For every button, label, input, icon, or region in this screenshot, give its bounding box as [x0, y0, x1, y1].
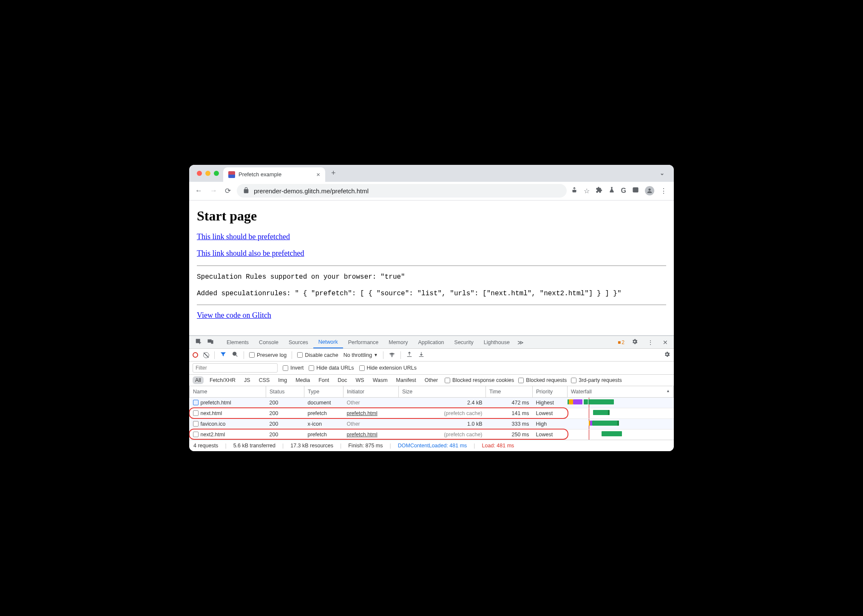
blocked-requests-checkbox[interactable]: Blocked requests	[518, 377, 567, 383]
requests-count: 4 requests	[193, 443, 218, 449]
column-type[interactable]: Type	[304, 386, 343, 398]
minimize-window-button[interactable]	[205, 171, 210, 176]
devtools-tab-performance[interactable]: Performance	[343, 336, 384, 348]
network-row[interactable]: next.html200prefetchprefetch.html(prefet…	[190, 408, 674, 419]
issues-badge[interactable]: 2	[618, 339, 625, 345]
blocked-cookies-checkbox[interactable]: Blocked response cookies	[445, 377, 514, 383]
devtools-tab-memory[interactable]: Memory	[383, 336, 413, 348]
disable-cache-checkbox[interactable]: Disable cache	[297, 352, 338, 358]
network-conditions-icon[interactable]	[389, 351, 395, 359]
initiator-link[interactable]: prefetch.html	[347, 410, 378, 416]
devtools-tab-network[interactable]: Network	[313, 336, 343, 348]
devtools-tab-console[interactable]: Console	[254, 336, 284, 348]
labs-icon[interactable]	[608, 186, 615, 195]
hide-data-urls-checkbox[interactable]: Hide data URLs	[309, 365, 354, 371]
hide-extension-urls-checkbox[interactable]: Hide extension URLs	[359, 365, 417, 371]
prefetch-link-1[interactable]: This link should be prefetched	[197, 232, 290, 241]
forward-button[interactable]: →	[208, 185, 219, 197]
type-filter-css[interactable]: CSS	[256, 376, 273, 384]
extensions-icon[interactable]	[596, 186, 602, 195]
side-panel-icon[interactable]	[632, 186, 639, 195]
devtools-tab-security[interactable]: Security	[449, 336, 479, 348]
type-filter-doc[interactable]: Doc	[335, 376, 349, 384]
file-icon	[193, 421, 199, 427]
svg-line-6	[236, 355, 237, 356]
menu-icon[interactable]: ⋮	[660, 187, 667, 195]
type-filter-wasm[interactable]: Wasm	[370, 376, 390, 384]
type-filter-img[interactable]: Img	[275, 376, 290, 384]
column-initiator[interactable]: Initiator	[343, 386, 399, 398]
address-bar[interactable]: prerender-demos.glitch.me/prefetch.html	[237, 184, 567, 198]
type-filter-all[interactable]: All	[193, 376, 204, 384]
column-time[interactable]: Time	[486, 386, 533, 398]
devtools-tab-lighthouse[interactable]: Lighthouse	[479, 336, 515, 348]
view-code-link[interactable]: View the code on Glitch	[197, 311, 271, 320]
file-icon	[193, 410, 199, 416]
page-content: Start page This link should be prefetche…	[189, 201, 674, 336]
network-toolbar: Preserve log Disable cache No throttling…	[189, 349, 674, 362]
load-time: Load: 481 ms	[482, 443, 514, 449]
column-size[interactable]: Size	[399, 386, 486, 398]
network-row[interactable]: favicon.ico200x-iconOther1.0 kB333 msHig…	[190, 419, 674, 430]
column-priority[interactable]: Priority	[533, 386, 568, 398]
network-table: NameStatusTypeInitiatorSizeTimePriorityW…	[189, 386, 674, 440]
column-status[interactable]: Status	[266, 386, 304, 398]
back-button[interactable]: ←	[193, 185, 204, 197]
type-filter-js[interactable]: JS	[241, 376, 253, 384]
reload-button[interactable]: ⟳	[223, 185, 233, 197]
prefetch-link-2[interactable]: This link should also be prefetched	[197, 249, 304, 258]
lock-icon	[243, 187, 250, 195]
settings-icon[interactable]	[629, 338, 641, 346]
url-text: prerender-demos.glitch.me/prefetch.html	[254, 187, 369, 195]
toolbar-actions: ☆ G ⋮	[571, 186, 667, 195]
tab-list-button[interactable]: ⌄	[660, 170, 664, 176]
type-filter-font[interactable]: Font	[316, 376, 332, 384]
bookmark-icon[interactable]: ☆	[584, 187, 590, 195]
network-row[interactable]: next2.html200prefetchprefetch.html(prefe…	[190, 430, 674, 440]
inspect-icon[interactable]	[193, 338, 204, 346]
network-settings-icon[interactable]	[664, 351, 670, 359]
third-party-checkbox[interactable]: 3rd-party requests	[571, 377, 622, 383]
browser-toolbar: ← → ⟳ prerender-demos.glitch.me/prefetch…	[189, 182, 674, 201]
invert-checkbox[interactable]: Invert	[283, 365, 304, 371]
filter-input[interactable]	[193, 363, 278, 373]
type-filter-media[interactable]: Media	[293, 376, 312, 384]
profile-avatar-icon[interactable]	[645, 186, 654, 195]
svg-rect-3	[208, 340, 211, 343]
search-icon[interactable]	[232, 351, 238, 359]
devtools-tab-sources[interactable]: Sources	[284, 336, 313, 348]
finish-time: Finish: 875 ms	[348, 443, 383, 449]
devtools-tab-application[interactable]: Application	[413, 336, 449, 348]
browser-tab[interactable]: Prefetch example ×	[223, 167, 325, 182]
close-window-button[interactable]	[197, 171, 202, 176]
share-icon[interactable]	[571, 186, 578, 195]
devtools-tabs: ElementsConsoleSourcesNetworkPerformance…	[189, 336, 674, 349]
devtools-tab-elements[interactable]: Elements	[221, 336, 254, 348]
record-button[interactable]	[193, 352, 198, 358]
download-har-icon[interactable]	[418, 351, 425, 359]
network-row[interactable]: prefetch.html200documentOther2.4 kB472 m…	[190, 398, 674, 408]
column-waterfall[interactable]: Waterfall	[568, 386, 674, 398]
preserve-log-checkbox[interactable]: Preserve log	[249, 352, 287, 358]
more-tabs-icon[interactable]: ≫	[515, 339, 526, 346]
device-toggle-icon[interactable]	[204, 338, 216, 346]
filter-icon[interactable]	[220, 351, 227, 359]
column-name[interactable]: Name	[190, 386, 266, 398]
throttling-select[interactable]: No throttling▼	[343, 352, 378, 358]
maximize-window-button[interactable]	[214, 171, 219, 176]
close-devtools-icon[interactable]: ✕	[660, 339, 670, 346]
clear-button[interactable]	[203, 352, 209, 358]
upload-har-icon[interactable]	[406, 351, 413, 359]
tab-title: Prefetch example	[238, 171, 281, 178]
type-filter-other[interactable]: Other	[422, 376, 440, 384]
initiator-link[interactable]: prefetch.html	[347, 432, 378, 438]
type-filter-manifest[interactable]: Manifest	[394, 376, 419, 384]
kebab-menu-icon[interactable]: ⋮	[645, 339, 656, 346]
network-status-bar: 4 requests| 5.6 kB transferred| 17.3 kB …	[189, 440, 674, 451]
close-tab-button[interactable]: ×	[316, 171, 320, 178]
type-filter-ws[interactable]: WS	[353, 376, 366, 384]
type-filter-fetch-xhr[interactable]: Fetch/XHR	[207, 376, 238, 384]
google-icon[interactable]: G	[621, 187, 626, 195]
speculation-support-text: Speculation Rules supported on your brow…	[197, 272, 666, 283]
new-tab-button[interactable]: +	[325, 169, 342, 178]
